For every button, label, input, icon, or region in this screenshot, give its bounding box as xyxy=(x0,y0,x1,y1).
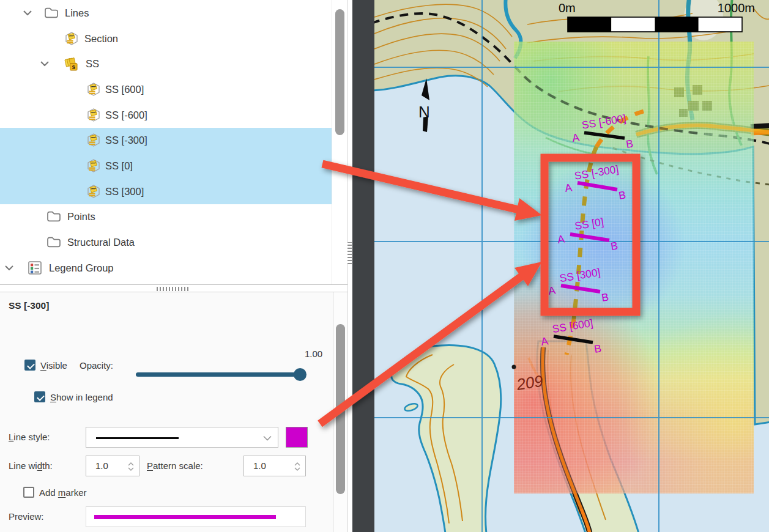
line-width-label: Line width: xyxy=(9,460,53,471)
tree-item-label: Legend Group xyxy=(49,262,114,273)
folder-icon xyxy=(46,210,61,223)
tree-item-label: Section xyxy=(84,32,118,44)
properties-title: SS [-300] xyxy=(9,300,49,311)
preview-label: Preview: xyxy=(9,511,44,522)
tree-item-label: SS xyxy=(86,58,99,70)
add-marker-checkbox[interactable] xyxy=(23,487,34,498)
application-window: Lines Section s SS SS [600] SS [-600] SS… xyxy=(0,0,769,532)
visible-checkbox[interactable] xyxy=(24,360,35,371)
preview-line xyxy=(94,515,276,519)
folder-icon xyxy=(44,6,59,19)
spinner-arrows-icon[interactable] xyxy=(294,462,300,471)
spinner-arrows-icon[interactable] xyxy=(128,462,134,471)
map-viewport[interactable]: 209 SS [-600] A B xyxy=(374,0,769,532)
section-icon xyxy=(64,31,80,46)
map-point xyxy=(512,365,516,369)
line-style-dropdown[interactable] xyxy=(86,427,278,448)
section-icon xyxy=(86,132,102,148)
tree-item-ss-600[interactable]: SS [600] xyxy=(0,76,332,102)
tree-item-ss-300[interactable]: SS [300] xyxy=(0,179,332,204)
pattern-scale-spinner[interactable]: 1.0 xyxy=(243,456,306,476)
tree-item-label: SS [-600] xyxy=(105,109,147,120)
tree-item-label: SS [0] xyxy=(105,160,133,172)
tree-item-ss-0[interactable]: SS [0] xyxy=(0,153,332,179)
svg-text:s: s xyxy=(72,64,75,70)
tree-item-ss-group[interactable]: s SS xyxy=(0,51,332,76)
opacity-value: 1.00 xyxy=(305,349,322,359)
panel-divider-bar xyxy=(352,0,374,532)
tree-scrollbar-thumb[interactable] xyxy=(335,9,344,135)
line-width-value[interactable]: 1.0 xyxy=(95,460,108,471)
section-stack-icon: s xyxy=(62,56,78,72)
tree-item-label: Points xyxy=(67,211,95,223)
visible-label[interactable]: Visible xyxy=(40,360,67,371)
tree-item-ss-minus300[interactable]: SS [-300] xyxy=(0,128,332,153)
pattern-scale-value[interactable]: 1.0 xyxy=(253,460,266,471)
scale-bar-right-label: 1000m xyxy=(718,1,755,15)
line-style-label: Line style: xyxy=(9,432,50,442)
tree-item-legend-group[interactable]: Legend Group xyxy=(0,255,332,281)
vertical-splitter-handle[interactable] xyxy=(347,242,352,264)
opacity-slider-track[interactable] xyxy=(136,372,306,377)
properties-scrollbar[interactable] xyxy=(333,292,347,532)
section-icon xyxy=(86,158,102,174)
line-width-spinner[interactable]: 1.0 xyxy=(86,456,139,476)
line-style-sample xyxy=(96,437,179,439)
tree-item-label: Lines xyxy=(65,7,89,18)
folder-icon xyxy=(46,236,61,249)
tree-item-label: Structural Data xyxy=(67,237,135,248)
line-color-swatch[interactable] xyxy=(286,427,308,448)
tree-item-structural-data[interactable]: Structural Data xyxy=(0,229,332,255)
opacity-slider-handle[interactable] xyxy=(294,368,306,381)
show-in-legend-label[interactable]: Show in legend xyxy=(50,392,113,402)
legend-group-icon xyxy=(28,261,42,275)
properties-scrollbar-thumb[interactable] xyxy=(336,324,345,494)
scale-bar-left-label: 0m xyxy=(559,1,576,15)
chevron-down-icon xyxy=(263,435,272,441)
section-icon xyxy=(86,107,102,123)
chevron-down-icon[interactable] xyxy=(40,61,49,67)
pattern-scale-label: Pattern scale: xyxy=(147,460,203,471)
tree-item-label: SS [600] xyxy=(105,83,144,95)
add-marker-label[interactable]: Add marker xyxy=(39,487,87,498)
horizontal-splitter-handle[interactable] xyxy=(157,287,190,291)
tree-item-lines[interactable]: Lines xyxy=(0,0,332,26)
section-icon xyxy=(86,81,102,97)
tree-item-label: SS [-300] xyxy=(105,135,147,146)
tree-item-points[interactable]: Points xyxy=(0,204,332,230)
tree-item-ss-minus600[interactable]: SS [-600] xyxy=(0,102,332,128)
preview-box xyxy=(86,506,306,527)
tree-item-label: SS [300] xyxy=(105,185,144,197)
layers-tree: Lines Section s SS SS [600] SS [-600] SS… xyxy=(0,0,347,285)
section-icon xyxy=(86,183,102,199)
chevron-down-icon[interactable] xyxy=(5,265,13,270)
map-canvas: 209 SS [-600] A B xyxy=(374,0,769,532)
opacity-label: Opacity: xyxy=(80,360,113,371)
show-in-legend-checkbox[interactable] xyxy=(34,391,45,402)
tree-scrollbar[interactable] xyxy=(332,0,347,284)
chevron-down-icon[interactable] xyxy=(23,10,32,15)
tree-item-section[interactable]: Section xyxy=(0,26,332,51)
panel-gap xyxy=(347,0,352,532)
properties-panel: SS [-300] Visible Opacity: 1.00 Show in … xyxy=(0,292,347,532)
